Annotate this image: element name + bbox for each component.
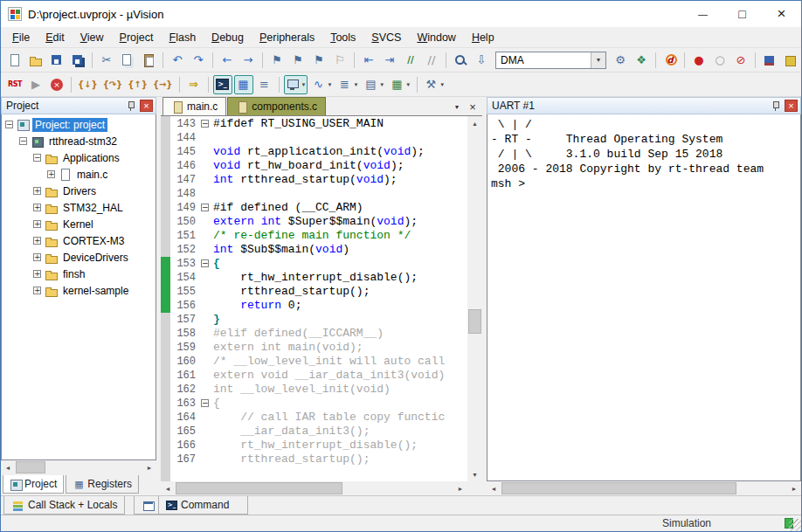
- save-all-button[interactable]: [68, 51, 87, 70]
- uncomment-button[interactable]: //: [422, 51, 441, 70]
- scroll-track[interactable]: [467, 130, 482, 467]
- bookmark-toggle-button[interactable]: ⚑: [267, 51, 287, 70]
- editor-tab-components-c[interactable]: components.c: [227, 97, 326, 115]
- indent-right-button[interactable]: ⇥: [380, 51, 399, 70]
- code-line-158[interactable]: 158#elif defined(__ICCARM__): [161, 327, 467, 341]
- code-line-167[interactable]: 167 rtthread_startup();: [161, 453, 467, 466]
- step-out-button[interactable]: {↑}: [126, 75, 149, 94]
- code-line-154[interactable]: 154 rt_hw_interrupt_disable();: [161, 271, 467, 285]
- code-line-156[interactable]: 156 return 0;: [161, 299, 467, 313]
- breakpoint-margin[interactable]: [161, 215, 170, 229]
- system-viewer-button[interactable]: ▦▼: [388, 75, 412, 94]
- breakpoint-margin[interactable]: [161, 131, 170, 145]
- tree-item-kernel-sample[interactable]: +kernel-sample: [2, 282, 156, 299]
- expand-icon[interactable]: +: [47, 170, 55, 178]
- find-in-files-button[interactable]: [451, 51, 470, 70]
- tree-item-drivers[interactable]: +Drivers: [2, 183, 156, 199]
- command-tab[interactable]: >_ Command: [158, 496, 248, 515]
- indent-left-button[interactable]: ⇤: [359, 51, 378, 70]
- code-line-143[interactable]: 143−#ifdef RT_USING_USER_MAIN: [161, 117, 467, 131]
- breakpoint-margin[interactable]: [161, 453, 170, 466]
- breakpoint-margin[interactable]: [161, 313, 170, 327]
- modified-line-marker[interactable]: [161, 257, 170, 271]
- scroll-right-icon[interactable]: [142, 460, 156, 474]
- scroll-left-icon[interactable]: [161, 481, 175, 495]
- scroll-right-icon[interactable]: [453, 481, 467, 495]
- toolbox-button[interactable]: ⚒▼: [422, 75, 446, 94]
- tree-item-stm32-hal[interactable]: +STM32_HAL: [2, 199, 156, 216]
- code-line-145[interactable]: 145void rt_application_init(void);: [161, 145, 467, 159]
- panel-close-icon[interactable]: [785, 100, 798, 112]
- expand-icon[interactable]: +: [33, 253, 41, 261]
- code-line-148[interactable]: 148: [161, 187, 467, 201]
- breakpoint-margin[interactable]: [161, 187, 170, 201]
- scroll-up-icon[interactable]: [467, 116, 482, 130]
- window-list-icon[interactable]: [450, 100, 464, 114]
- scroll-track[interactable]: [15, 460, 142, 474]
- code-line-160[interactable]: 160/* __low_level_init will auto call: [161, 355, 467, 369]
- expand-icon[interactable]: +: [33, 187, 41, 195]
- comment-button[interactable]: //: [401, 51, 420, 70]
- menu-view[interactable]: View: [73, 30, 112, 45]
- code-line-146[interactable]: 146void rt_hw_board_init(void);: [161, 159, 467, 173]
- project-hscrollbar[interactable]: [1, 460, 156, 474]
- nav-forward-button[interactable]: →: [239, 51, 258, 70]
- target-options-button[interactable]: ⚙: [611, 51, 630, 70]
- call-stack-tab[interactable]: Call Stack + Locals: [3, 496, 125, 515]
- undo-button[interactable]: ↶: [168, 51, 187, 70]
- uart-hscrollbar[interactable]: [487, 481, 801, 495]
- pin-icon[interactable]: [125, 100, 137, 112]
- help-books-button[interactable]: [760, 51, 779, 70]
- code-area[interactable]: 143−#ifdef RT_USING_USER_MAIN144145void …: [161, 116, 467, 481]
- scroll-thumb[interactable]: [176, 482, 342, 494]
- disassembly-window-button[interactable]: ▦: [234, 75, 253, 94]
- breakpoint-margin[interactable]: [161, 243, 170, 257]
- flash-download-button[interactable]: ⇩: [472, 51, 491, 70]
- menu-help[interactable]: Help: [464, 30, 502, 45]
- code-line-165[interactable]: 165 __iar_data_init3();: [161, 425, 467, 439]
- tree-item-finsh[interactable]: +finsh: [2, 266, 156, 282]
- tree-item-rtthread-stm32[interactable]: −rtthread-stm32: [2, 133, 156, 149]
- fold-collapse-icon[interactable]: −: [201, 399, 209, 407]
- new-file-button[interactable]: [5, 51, 24, 70]
- fold-collapse-icon[interactable]: −: [201, 120, 209, 128]
- modified-line-marker[interactable]: [161, 271, 170, 285]
- code-line-164[interactable]: 164 // call IAR table copy functic: [161, 411, 467, 425]
- breakpoint-toggle-button[interactable]: ●: [689, 51, 709, 70]
- tree-item-cortex-m3[interactable]: +CORTEX-M3: [2, 232, 156, 249]
- scroll-thumb[interactable]: [468, 309, 481, 334]
- panel-tab-registers[interactable]: ▦Registers: [66, 475, 139, 494]
- close-document-icon[interactable]: [466, 100, 480, 114]
- tree-item-main-c[interactable]: +main.c: [2, 166, 156, 183]
- analysis-windows-button[interactable]: ∿▼: [309, 75, 334, 94]
- editor-vscrollbar[interactable]: [467, 116, 482, 481]
- menu-edit[interactable]: Edit: [38, 30, 73, 45]
- bookmark-next-button[interactable]: ⚑: [309, 51, 328, 70]
- tree-item-devicedrivers[interactable]: +DeviceDrivers: [2, 249, 156, 266]
- code-line-144[interactable]: 144: [161, 131, 467, 145]
- breakpoint-disable-all-button[interactable]: ⊘: [731, 51, 750, 70]
- code-line-159[interactable]: 159extern int main(void);: [161, 341, 467, 355]
- scroll-left-icon[interactable]: [1, 460, 15, 474]
- run-to-cursor-button[interactable]: {→}: [151, 75, 175, 94]
- dropdown-arrow-icon[interactable]: ▼: [301, 82, 307, 87]
- menu-window[interactable]: Window: [409, 30, 463, 45]
- paste-button[interactable]: [139, 51, 158, 70]
- stop-button[interactable]: ×: [47, 75, 66, 94]
- breakpoint-margin[interactable]: [161, 159, 170, 173]
- bookmark-clear-button[interactable]: ⚐: [330, 51, 349, 70]
- code-line-152[interactable]: 152int $Sub$$main(void): [161, 243, 467, 257]
- expand-icon[interactable]: +: [33, 270, 41, 278]
- editor-hscrollbar[interactable]: [161, 481, 467, 495]
- expand-icon[interactable]: +: [33, 237, 41, 245]
- open-file-button[interactable]: [26, 51, 45, 70]
- copy-button[interactable]: [118, 51, 137, 70]
- code-line-151[interactable]: 151/* re-define main function */: [161, 229, 467, 243]
- collapse-icon[interactable]: −: [5, 121, 13, 128]
- breakpoint-margin[interactable]: [161, 145, 170, 159]
- command-window-button[interactable]: >_: [213, 75, 232, 94]
- scroll-right-icon[interactable]: [787, 481, 801, 495]
- menu-file[interactable]: File: [4, 30, 38, 45]
- breakpoint-margin[interactable]: [161, 229, 170, 243]
- menu-svcs[interactable]: SVCS: [363, 30, 409, 45]
